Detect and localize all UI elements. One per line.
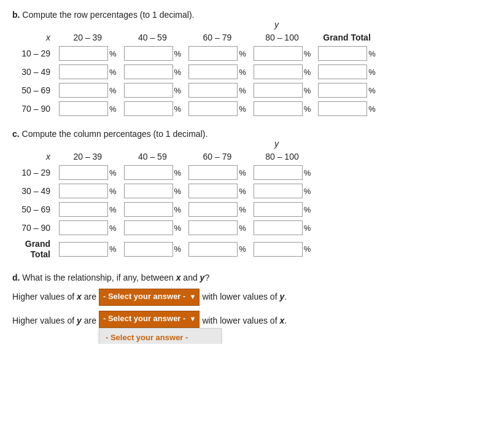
input-c-10-29-col3[interactable] [188,165,238,180]
section-b-table: x 20 – 39 40 – 59 60 – 79 80 – 100 Grand… [12,31,379,118]
dropdown2-list: - Select your answer - not associated as… [99,328,222,344]
input-c-50-69-col1[interactable] [59,202,108,217]
table-row: 30 – 49 % % % % % [12,63,379,81]
row-label-70-90-b: 70 – 90 [12,99,55,118]
input-c-70-90-col2[interactable] [124,220,173,235]
input-c-10-29-col1[interactable] [59,165,108,180]
input-c-30-49-col1[interactable] [59,184,108,198]
col-header-60-79-c: 60 – 79 [185,150,250,163]
input-b-70-90-col5[interactable] [318,101,367,116]
input-b-70-90-col3[interactable] [188,101,238,116]
input-b-50-69-col3[interactable] [188,83,238,98]
input-c-gt-col2[interactable] [124,242,173,257]
input-c-50-69-col3[interactable] [188,202,238,217]
input-c-30-49-col3[interactable] [188,184,238,198]
input-b-30-49-col4[interactable] [254,64,303,79]
input-c-30-49-col2[interactable] [124,184,173,198]
section-b-text: Compute the row percentages (to 1 decima… [22,10,194,20]
row-label-50-69-c: 50 – 69 [12,200,55,219]
col-header-40-59-c: 40 – 59 [120,150,185,163]
row-label-70-90-c: 70 – 90 [12,219,55,237]
input-b-50-69-col4[interactable] [254,83,303,98]
section-c-letter: c. [12,129,20,139]
input-b-70-90-col4[interactable] [254,101,303,116]
dropdown1-arrow-icon: ▼ [189,292,196,303]
line1-suffix: with lower values of y. [202,290,287,303]
input-b-10-29-col5[interactable] [318,46,367,61]
row-label-10-29-b: 10 – 29 [12,44,55,63]
section-d: d. What is the relationship, if any, bet… [12,273,492,328]
input-c-gt-col4[interactable] [254,242,303,257]
input-c-70-90-col4[interactable] [254,220,303,235]
col-header-80-100-b: 80 – 100 [250,31,315,44]
input-b-10-29-col1[interactable] [59,46,108,61]
input-b-30-49-col2[interactable] [124,64,173,79]
grand-total-header-b: Grand Total [314,31,379,44]
input-c-10-29-col4[interactable] [254,165,303,180]
input-c-gt-col1[interactable] [59,242,108,257]
table-row: 30 – 49 % % % % [12,182,314,200]
input-c-50-69-col2[interactable] [124,202,173,217]
dropdown2-arrow-icon: ▼ [189,314,196,325]
table-row: 50 – 69 % % % % % [12,81,379,99]
section-b: b. Compute the row percentages (to 1 dec… [12,10,492,118]
table-row: 10 – 29 % % % % % [12,44,379,63]
section-c-text: Compute the column percentages (to 1 dec… [22,129,208,139]
row-label-50-69-b: 50 – 69 [12,81,55,99]
input-b-70-90-col2[interactable] [124,101,173,116]
input-c-70-90-col1[interactable] [59,220,108,235]
input-b-70-90-col1[interactable] [59,101,108,116]
col-header-60-79-b: 60 – 79 [185,31,250,44]
table-row-grand-total: GrandTotal % % % % [12,237,314,262]
line2-prefix: Higher values of y are [12,314,96,327]
input-b-10-29-col3[interactable] [188,46,238,61]
input-b-50-69-col1[interactable] [59,83,108,98]
row-label-10-29-c: 10 – 29 [12,163,55,182]
section-d-line2: Higher values of y are - Select your ans… [12,311,492,328]
input-b-50-69-col5[interactable] [318,83,367,98]
section-d-line1: Higher values of x are - Select your ans… [12,289,492,306]
table-row: 70 – 90 % % % % % [12,99,379,118]
dropdown1-trigger[interactable]: - Select your answer - ▼ [99,289,200,306]
dropdown1-selected-label: - Select your answer - [103,290,185,303]
section-b-label: b. Compute the row percentages (to 1 dec… [12,10,492,20]
row-label-30-49-b: 30 – 49 [12,63,55,81]
line1-prefix: Higher values of x are [12,290,96,303]
input-b-30-49-col1[interactable] [59,64,108,79]
dropdown2-trigger[interactable]: - Select your answer - ▼ [99,311,200,328]
col-header-80-100-c: 80 – 100 [250,150,315,163]
input-c-50-69-col4[interactable] [254,202,303,217]
section-d-text: What is the relationship, if any, betwee… [22,273,209,282]
dropdown2-wrapper: - Select your answer - ▼ - Select your a… [99,311,200,328]
x-col-header-c: x [12,150,55,163]
dropdown2-selected-label: - Select your answer - [103,313,185,325]
input-b-10-29-col4[interactable] [254,46,303,61]
section-c-y-header: y [12,139,492,149]
col-header-20-39-c: 20 – 39 [55,150,120,163]
input-b-30-49-col5[interactable] [318,64,367,79]
dropdown1-wrapper: - Select your answer - ▼ [99,289,200,306]
table-row: 50 – 69 % % % % [12,200,314,219]
input-c-30-49-col4[interactable] [254,184,303,198]
section-d-letter: d. [12,273,20,282]
table-row: 70 – 90 % % % % [12,219,314,237]
section-b-y-header: y [12,20,492,29]
input-b-50-69-col2[interactable] [124,83,173,98]
input-c-10-29-col2[interactable] [124,165,173,180]
input-b-30-49-col3[interactable] [188,64,238,79]
input-c-gt-col3[interactable] [188,242,238,257]
row-label-30-49-c: 30 – 49 [12,182,55,200]
grand-total-row-label-c: GrandTotal [12,237,55,262]
section-c: c. Compute the column percentages (to 1 … [12,129,492,262]
line2-suffix: with lower values of x. [202,314,287,327]
section-c-table: x 20 – 39 40 – 59 60 – 79 80 – 100 10 – … [12,150,314,262]
dropdown2-option-placeholder[interactable]: - Select your answer - [99,329,221,344]
input-b-10-29-col2[interactable] [124,46,173,61]
input-c-70-90-col3[interactable] [188,220,238,235]
x-col-header: x [12,31,55,44]
col-header-20-39-b: 20 – 39 [55,31,120,44]
section-d-question: d. What is the relationship, if any, bet… [12,273,492,282]
section-c-label: c. Compute the column percentages (to 1 … [12,129,492,139]
table-row: 10 – 29 % % % % [12,163,314,182]
col-header-40-59-b: 40 – 59 [120,31,185,44]
